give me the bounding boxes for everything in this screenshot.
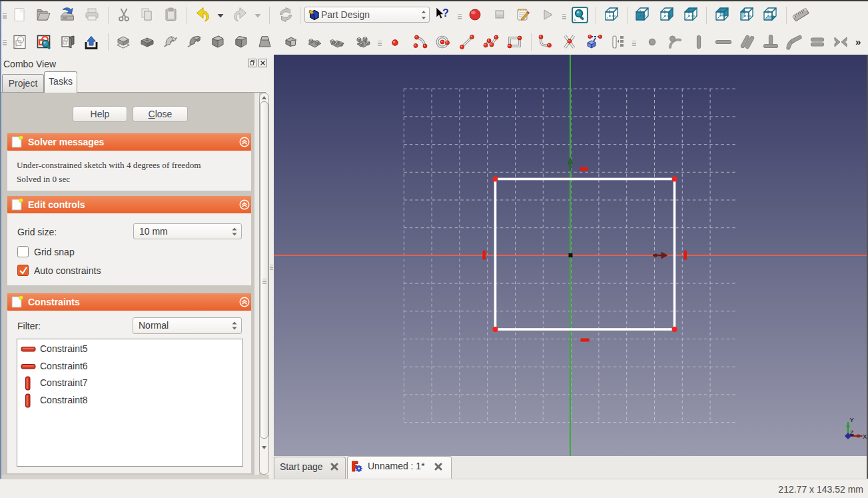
svg-text:?: ? (442, 7, 449, 19)
svg-text:Y: Y (849, 416, 854, 423)
svg-text:X: X (863, 433, 867, 440)
svg-text:Z: Z (849, 429, 853, 436)
